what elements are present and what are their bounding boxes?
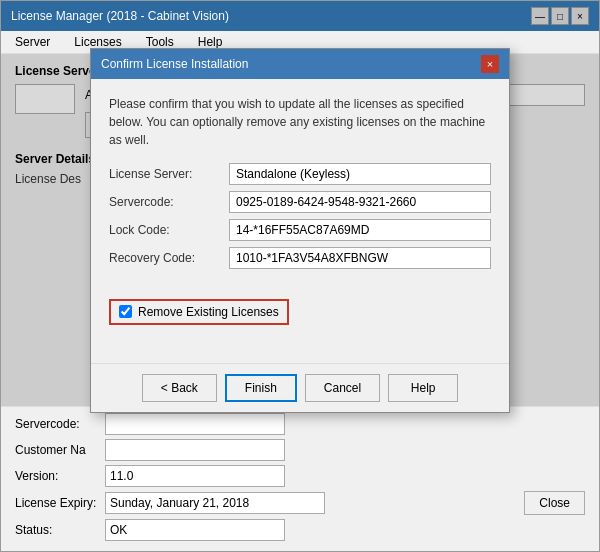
recovery-code-row: Recovery Code: 1010-*1FA3V54A8XFBNGW bbox=[109, 247, 491, 269]
modal-description: Please confirm that you wish to update a… bbox=[109, 95, 491, 149]
recovery-code-field: 1010-*1FA3V54A8XFBNGW bbox=[229, 247, 491, 269]
close-button[interactable]: Close bbox=[524, 491, 585, 515]
servercode-label: Servercode: bbox=[109, 195, 229, 209]
servercode-bottom-label: Servercode: bbox=[15, 417, 105, 431]
license-server-label: License Server: bbox=[109, 167, 229, 181]
modal-title: Confirm License Installation bbox=[101, 57, 248, 71]
status-row: Status: bbox=[15, 519, 585, 541]
modal-title-bar: Confirm License Installation × bbox=[91, 49, 509, 79]
lock-code-field: 14-*16FF55AC87A69MD bbox=[229, 219, 491, 241]
content-area: License Servers Active Server Standalone… bbox=[1, 54, 599, 406]
servercode-bottom-row: Servercode: bbox=[15, 413, 585, 435]
status-label: Status: bbox=[15, 523, 105, 537]
title-bar: License Manager (2018 - Cabinet Vision) … bbox=[1, 1, 599, 31]
status-input[interactable] bbox=[105, 519, 285, 541]
servercode-row: Servercode: 0925-0189-6424-9548-9321-266… bbox=[109, 191, 491, 213]
help-button[interactable]: Help bbox=[388, 374, 458, 402]
lock-code-row: Lock Code: 14-*16FF55AC87A69MD bbox=[109, 219, 491, 241]
servercode-bottom-input[interactable] bbox=[105, 413, 285, 435]
version-row: Version: bbox=[15, 465, 585, 487]
recovery-code-label: Recovery Code: bbox=[109, 251, 229, 265]
version-label: Version: bbox=[15, 469, 105, 483]
minimize-button[interactable]: — bbox=[531, 7, 549, 25]
maximize-button[interactable]: □ bbox=[551, 7, 569, 25]
main-window: License Manager (2018 - Cabinet Vision) … bbox=[0, 0, 600, 552]
version-input[interactable] bbox=[105, 465, 285, 487]
modal-buttons: < Back Finish Cancel Help bbox=[91, 363, 509, 412]
cancel-button[interactable]: Cancel bbox=[305, 374, 380, 402]
expiry-input[interactable] bbox=[105, 492, 325, 514]
finish-button[interactable]: Finish bbox=[225, 374, 297, 402]
customer-name-input[interactable] bbox=[105, 439, 285, 461]
back-button[interactable]: < Back bbox=[142, 374, 217, 402]
close-window-button[interactable]: × bbox=[571, 7, 589, 25]
lock-code-label: Lock Code: bbox=[109, 223, 229, 237]
servercode-field: 0925-0189-6424-9548-9321-2660 bbox=[229, 191, 491, 213]
menu-server[interactable]: Server bbox=[9, 33, 56, 51]
modal-body: Please confirm that you wish to update a… bbox=[91, 79, 509, 347]
license-server-field: Standalone (Keyless) bbox=[229, 163, 491, 185]
customer-name-row: Customer Na bbox=[15, 439, 585, 461]
remove-licenses-text: Remove Existing Licenses bbox=[138, 305, 279, 319]
expiry-label: License Expiry: bbox=[15, 496, 105, 510]
window-title: License Manager (2018 - Cabinet Vision) bbox=[11, 9, 229, 23]
title-bar-buttons: — □ × bbox=[531, 7, 589, 25]
checkbox-container: Remove Existing Licenses bbox=[109, 285, 491, 331]
modal-dialog: Confirm License Installation × Please co… bbox=[90, 48, 510, 413]
customer-name-label: Customer Na bbox=[15, 443, 105, 457]
modal-overlay: Confirm License Installation × Please co… bbox=[1, 54, 599, 406]
bottom-fields: Servercode: Customer Na Version: License… bbox=[1, 406, 599, 551]
modal-close-button[interactable]: × bbox=[481, 55, 499, 73]
remove-licenses-checkbox[interactable] bbox=[119, 305, 132, 318]
remove-licenses-label[interactable]: Remove Existing Licenses bbox=[109, 299, 289, 325]
license-server-row: License Server: Standalone (Keyless) bbox=[109, 163, 491, 185]
expiry-row: License Expiry: Close bbox=[15, 491, 585, 515]
